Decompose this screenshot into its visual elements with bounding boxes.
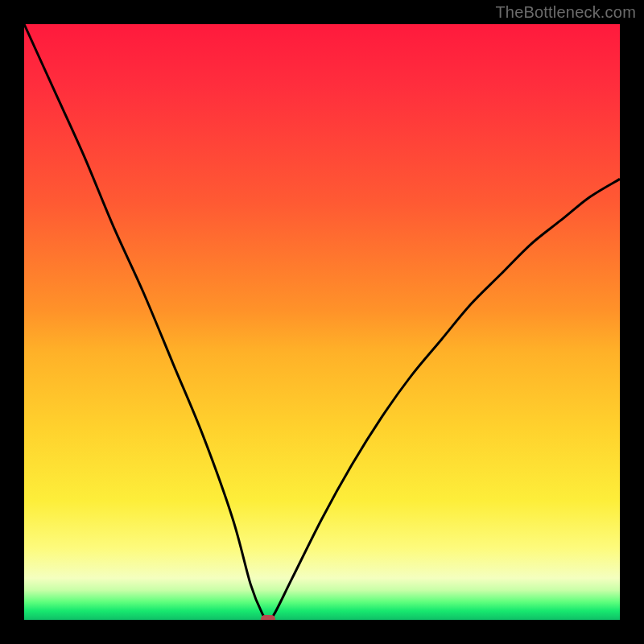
watermark-label: TheBottleneck.com xyxy=(495,3,636,22)
curve-path xyxy=(24,24,620,620)
chart-stage: TheBottleneck.com xyxy=(0,0,644,644)
minimum-marker xyxy=(261,615,275,620)
plot-area xyxy=(24,24,620,620)
bottleneck-curve xyxy=(24,24,620,620)
